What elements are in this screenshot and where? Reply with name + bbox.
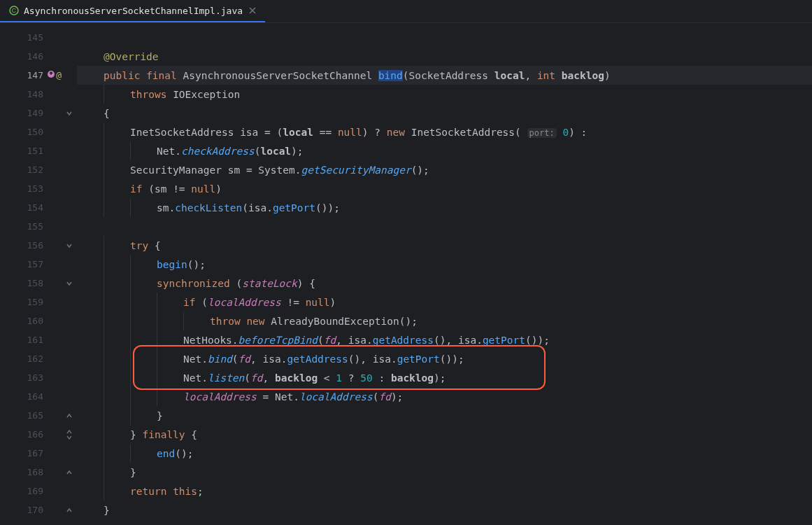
- fold-marker[interactable]: [64, 411, 74, 421]
- code-line[interactable]: SecurityManager sm = System.getSecurityM…: [77, 160, 812, 179]
- code-line[interactable]: throw new AlreadyBoundException();: [77, 312, 812, 330]
- svg-text:C: C: [12, 7, 17, 14]
- annotation-icon[interactable]: @: [56, 70, 62, 80]
- code-line[interactable]: @Override: [77, 47, 812, 66]
- code-line[interactable]: }: [77, 406, 812, 425]
- line-number[interactable]: 171: [0, 519, 63, 525]
- line-number[interactable]: 147@: [0, 66, 63, 85]
- java-class-icon: C: [8, 5, 20, 16]
- line-number[interactable]: 154: [0, 198, 63, 217]
- line-number[interactable]: 163: [0, 368, 63, 387]
- code-line[interactable]: Net.listen(fd, backlog < 1 ? 50 : backlo…: [77, 368, 812, 387]
- line-number[interactable]: 158: [0, 274, 63, 293]
- line-number[interactable]: 167: [0, 444, 63, 463]
- fold-marker[interactable]: [64, 279, 74, 288]
- editor-tab[interactable]: C AsynchronousServerSocketChannelImpl.ja…: [0, 0, 265, 22]
- line-number[interactable]: 151: [0, 141, 63, 160]
- code-line[interactable]: localAddress = Net.localAddress(fd);: [77, 387, 812, 406]
- code-line[interactable]: begin();: [77, 255, 812, 274]
- line-number[interactable]: 152: [0, 160, 63, 179]
- line-number[interactable]: 168: [0, 463, 63, 482]
- code-line[interactable]: if (sm != null): [77, 179, 812, 198]
- code-line[interactable]: Net.bind(fd, isa.getAddress(), isa.getPo…: [77, 349, 812, 368]
- line-gutter[interactable]: 145146147@148149150151152153154155156157…: [0, 23, 63, 525]
- code-line[interactable]: synchronized (stateLock) {: [77, 274, 812, 293]
- line-number[interactable]: 157: [0, 255, 63, 274]
- line-number[interactable]: 160: [0, 312, 63, 330]
- fold-gutter[interactable]: [63, 23, 77, 525]
- line-number[interactable]: 146: [0, 47, 63, 66]
- line-number[interactable]: 165: [0, 406, 63, 425]
- close-icon[interactable]: [247, 5, 258, 16]
- line-number[interactable]: 156: [0, 236, 63, 255]
- line-number[interactable]: 159: [0, 293, 63, 312]
- gutter-icons[interactable]: @: [47, 70, 62, 80]
- line-number[interactable]: 145: [0, 28, 63, 47]
- line-number[interactable]: 170: [0, 500, 63, 519]
- line-number[interactable]: 153: [0, 179, 63, 198]
- fold-marker[interactable]: [64, 430, 74, 440]
- code-line[interactable]: return this;: [77, 482, 812, 500]
- line-number[interactable]: 169: [0, 482, 63, 500]
- code-line[interactable]: [77, 28, 812, 47]
- code-line[interactable]: NetHooks.beforeTcpBind(fd, isa.getAddres…: [77, 330, 812, 349]
- line-number[interactable]: 150: [0, 122, 63, 141]
- fold-marker[interactable]: [64, 108, 74, 118]
- line-number[interactable]: 161: [0, 330, 63, 349]
- tab-bar: C AsynchronousServerSocketChannelImpl.ja…: [0, 0, 812, 23]
- code-line[interactable]: {: [77, 104, 812, 122]
- code-line[interactable]: throws IOException: [77, 85, 812, 104]
- code-line[interactable]: try {: [77, 236, 812, 255]
- code-line[interactable]: end();: [77, 444, 812, 463]
- code-line[interactable]: [77, 217, 812, 236]
- line-number[interactable]: 166: [0, 425, 63, 444]
- fold-marker[interactable]: [64, 468, 74, 477]
- code-line[interactable]: }: [77, 500, 812, 519]
- fold-marker[interactable]: [64, 241, 74, 251]
- line-number[interactable]: 155: [0, 217, 63, 236]
- override-method-icon[interactable]: [47, 70, 55, 80]
- code-line[interactable]: [77, 519, 812, 525]
- code-line[interactable]: Net.checkAddress(local);: [77, 141, 812, 160]
- line-number[interactable]: 162: [0, 349, 63, 368]
- tab-filename: AsynchronousServerSocketChannelImpl.java: [24, 6, 243, 16]
- code-line[interactable]: if (localAddress != null): [77, 293, 812, 312]
- fold-marker[interactable]: [64, 505, 74, 515]
- code-line[interactable]: sm.checkListen(isa.getPort());: [77, 198, 812, 217]
- code-line[interactable]: } finally {: [77, 425, 812, 444]
- line-number[interactable]: 148: [0, 85, 63, 104]
- code-line[interactable]: public final AsynchronousServerSocketCha…: [77, 66, 812, 85]
- editor: 145146147@148149150151152153154155156157…: [0, 23, 812, 525]
- code-area[interactable]: @Overridepublic final AsynchronousServer…: [77, 23, 812, 525]
- code-line[interactable]: }: [77, 463, 812, 482]
- code-line[interactable]: InetSocketAddress isa = (local == null) …: [77, 122, 812, 141]
- line-number[interactable]: 164: [0, 387, 63, 406]
- line-number[interactable]: 149: [0, 104, 63, 122]
